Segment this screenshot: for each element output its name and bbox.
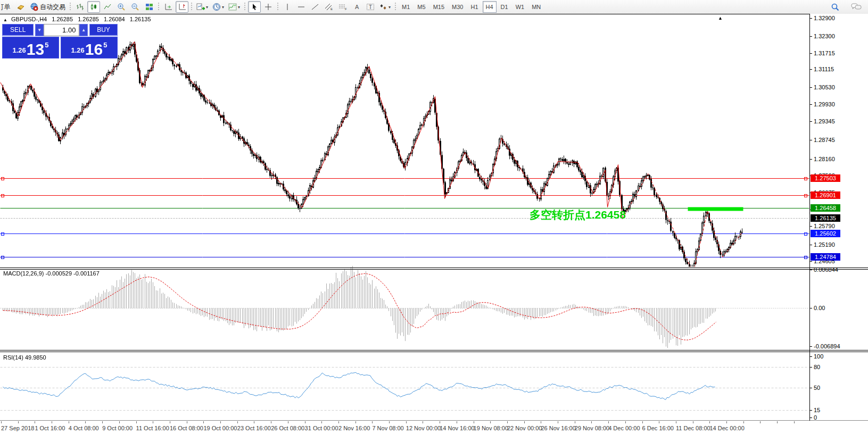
time-tick-label: 19 Nov 08:00 — [474, 425, 508, 431]
crosshair-button[interactable] — [262, 1, 275, 13]
profiles-button[interactable]: ▾ — [211, 1, 226, 13]
price-tick-label: 80 — [810, 364, 868, 370]
vertical-line-button[interactable] — [281, 1, 294, 13]
line-chart-button[interactable] — [101, 1, 114, 13]
volume-increase-button[interactable]: ▲ — [79, 24, 88, 36]
dropdown-arrow-icon[interactable]: ▾ — [238, 5, 240, 10]
scroll-marker-icon[interactable]: ▲ — [718, 15, 723, 21]
price-axis: 1.329001.323001.317151.311151.305301.299… — [810, 14, 868, 421]
price-line-chip: 1.26135 — [811, 214, 840, 222]
autotrading-button[interactable]: 自动交易 — [28, 1, 67, 13]
search-button[interactable] — [829, 1, 841, 13]
sell-price-sup: 5 — [45, 41, 48, 49]
time-tick-label: 22 Nov 00:00 — [507, 425, 542, 431]
vertical-line-icon — [284, 3, 291, 11]
buy-price-box[interactable]: 1.26 16 5 — [61, 37, 118, 59]
high-value: 1.26285 — [78, 16, 99, 22]
price-tick-label: 100 — [810, 353, 868, 360]
cursor-button[interactable] — [248, 1, 261, 13]
time-tick-label: 26 Oct 08:00 — [271, 425, 304, 431]
price-line-chip: 1.27503 — [811, 174, 840, 182]
crosshair-icon — [264, 3, 272, 11]
metaeditor-icon — [16, 3, 25, 11]
price-line-chip: 1.25602 — [811, 230, 840, 237]
dropdown-arrow-icon[interactable]: ▾ — [388, 5, 391, 10]
time-tick-label: 6 Dec 16:00 — [642, 425, 674, 431]
label-button[interactable]: T — [364, 1, 377, 13]
cursor-icon — [251, 3, 258, 11]
close-value: 1.26135 — [130, 16, 151, 22]
sell-price-small: 1.26 — [13, 46, 26, 54]
price-tick-label: 1.25790 — [810, 223, 868, 229]
tab-timeframe-m1[interactable]: M1 — [399, 1, 413, 13]
volume-decrease-button[interactable]: ▼ — [35, 24, 44, 36]
new-order-button[interactable]: 订单 — [1, 1, 13, 13]
time-axis[interactable]: 27 Sep 20181 Oct 16:004 Oct 08:009 Oct 0… — [0, 421, 868, 434]
text-button[interactable]: A — [350, 1, 363, 13]
arrows-button[interactable]: ▾ — [378, 1, 392, 13]
bar-chart-icon — [76, 3, 84, 11]
candlestick-chart-button[interactable] — [87, 1, 100, 13]
svg-text:E: E — [330, 7, 333, 11]
tile-windows-icon — [145, 3, 153, 11]
price-tick-label: 15 — [810, 407, 868, 413]
price-tick-label: 1.29345 — [810, 118, 868, 124]
profiles-icon — [212, 3, 221, 11]
candlestick-chart-icon — [90, 3, 97, 11]
tab-timeframe-h1[interactable]: H1 — [467, 1, 481, 13]
trendline-button[interactable] — [309, 1, 321, 13]
zoom-in-button[interactable] — [115, 1, 128, 13]
chat-icon — [851, 3, 862, 11]
volume-input[interactable]: 1.00 — [44, 24, 79, 36]
auto-scroll-button[interactable] — [162, 1, 175, 13]
price-tick-label: -0.006894 — [810, 343, 868, 349]
fibonacci-button[interactable]: F — [336, 1, 349, 13]
indicators-button[interactable]: ▾ — [227, 1, 242, 13]
sell-button[interactable]: SELL — [2, 24, 34, 36]
channel-button[interactable]: E — [323, 1, 335, 13]
tab-timeframe-mn[interactable]: MN — [528, 1, 544, 13]
chat-button[interactable] — [849, 1, 863, 13]
bar-chart-button[interactable] — [73, 1, 86, 13]
price-tick-label: 1.32300 — [810, 33, 868, 39]
dropdown-arrow-icon[interactable]: ▾ — [206, 5, 208, 10]
rsi-label: RSI(14) 49.9850 — [3, 354, 46, 361]
tile-windows-button[interactable] — [143, 1, 155, 13]
price-tick-label: 1.30530 — [810, 84, 868, 90]
text-icon: A — [353, 3, 360, 11]
price-chart-canvas[interactable] — [0, 14, 809, 421]
panel-splitter[interactable] — [0, 268, 868, 268]
low-value: 1.26084 — [104, 16, 125, 22]
time-tick-label: 9 Oct 00:00 — [102, 425, 133, 431]
price-axis-border — [809, 14, 810, 421]
time-tick-label: 29 Nov 08:00 — [575, 425, 609, 431]
tab-timeframe-h4[interactable]: H4 — [483, 1, 497, 13]
metaeditor-button[interactable] — [14, 1, 27, 13]
time-tick-label: 11 Dec 08:00 — [676, 425, 710, 431]
dropdown-arrow-icon[interactable]: ▾ — [222, 5, 224, 10]
tab-timeframe-m30[interactable]: M30 — [449, 1, 466, 13]
sell-price-box[interactable]: 1.26 13 5 — [2, 37, 59, 59]
line-chart-icon — [104, 3, 111, 11]
tab-timeframe-m5[interactable]: M5 — [414, 1, 428, 13]
tab-timeframe-w1[interactable]: W1 — [512, 1, 528, 13]
tab-timeframe-d1[interactable]: D1 — [498, 1, 511, 13]
zoom-out-button[interactable] — [129, 1, 142, 13]
panel-splitter[interactable] — [0, 269, 868, 270]
horizontal-line-button[interactable] — [295, 1, 308, 13]
panel-splitter[interactable] — [0, 352, 868, 352]
buy-price-big: 16 — [85, 43, 103, 56]
toolbar-grip — [276, 2, 279, 12]
trendline-icon — [311, 3, 319, 11]
new-chart-button[interactable]: ▾ — [195, 1, 210, 13]
tab-timeframe-m15[interactable]: M15 — [430, 1, 448, 13]
time-tick-label: 19 Oct 00:00 — [203, 425, 237, 431]
collapse-icon[interactable]: ▲ — [3, 18, 7, 22]
fibonacci-icon: F — [338, 3, 347, 11]
chart-shift-button[interactable] — [176, 1, 188, 13]
buy-button[interactable]: BUY — [89, 24, 118, 36]
zoom-in-icon — [117, 3, 126, 11]
time-tick-label: 14 Nov 16:00 — [440, 425, 474, 431]
arrows-icon — [379, 3, 387, 11]
panel-splitter[interactable] — [0, 350, 868, 350]
